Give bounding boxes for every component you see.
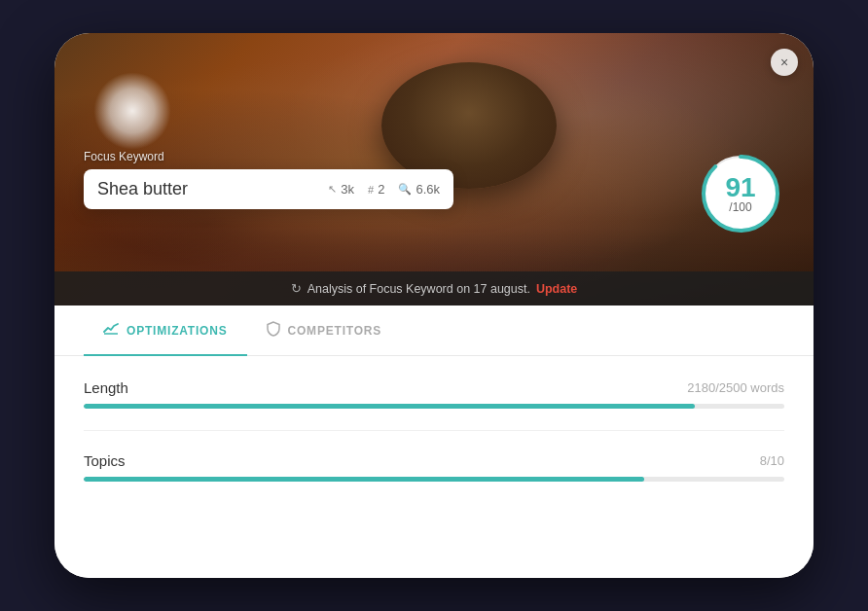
keyword-input-row[interactable]: Shea butter ↖ 3k # 2 🔍 6.6k [84, 169, 453, 209]
analysis-bar: ↻ Analysis of Focus Keyword on 17 august… [54, 271, 814, 306]
keyword-value: Shea butter [97, 179, 314, 199]
shield-icon [267, 321, 280, 340]
flower-decoration [93, 72, 171, 150]
search-icon: 🔍 [398, 183, 412, 196]
tablet-frame: × 91 /100 Focus Keyword Shea butter [54, 33, 814, 578]
topics-progress-track [84, 477, 784, 482]
tabs-row: OPTIMIZATIONS COMPETITORS [54, 306, 814, 356]
tablet-screen: × 91 /100 Focus Keyword Shea butter [54, 33, 814, 578]
length-progress-fill [84, 404, 695, 409]
cursor-icon: ↖ [328, 183, 337, 196]
score-number: 91 [725, 174, 755, 201]
focus-keyword-label: Focus Keyword [84, 150, 453, 163]
score-text: 91 /100 [725, 174, 755, 213]
score-circle: 91 /100 [697, 150, 784, 237]
hero-image: × 91 /100 Focus Keyword Shea butter [54, 33, 814, 306]
keyword-section: Focus Keyword Shea butter ↖ 3k # 2 🔍 6.6… [84, 150, 453, 209]
topics-value: 8/10 [760, 453, 784, 468]
stat-search: 🔍 6.6k [398, 182, 440, 197]
update-link[interactable]: Update [536, 282, 577, 296]
topics-progress-fill [84, 477, 644, 482]
tab-optimizations-label: OPTIMIZATIONS [127, 324, 228, 338]
refresh-icon: ↻ [291, 281, 302, 296]
bottom-panel: OPTIMIZATIONS COMPETITORS Length [54, 306, 814, 578]
metric-topics: Topics 8/10 [84, 452, 784, 482]
topics-label: Topics [84, 452, 126, 469]
length-value: 2180/2500 words [687, 380, 784, 395]
metric-divider [84, 430, 784, 431]
tab-competitors-label: COMPETITORS [288, 324, 382, 338]
analysis-text: Analysis of Focus Keyword on 17 august. [307, 282, 530, 296]
length-label: Length [84, 379, 128, 396]
chart-icon [103, 321, 119, 340]
tab-competitors[interactable]: COMPETITORS [247, 306, 402, 355]
metric-length: Length 2180/2500 words [84, 379, 784, 409]
stat-cursor: ↖ 3k [328, 182, 354, 197]
close-button[interactable]: × [771, 49, 798, 76]
score-denominator: /100 [725, 201, 755, 213]
tab-optimizations[interactable]: OPTIMIZATIONS [84, 306, 247, 355]
hash-icon: # [368, 184, 374, 196]
length-progress-track [84, 404, 784, 409]
stat-rank: # 2 [368, 182, 384, 197]
content-area: Length 2180/2500 words Topics 8/10 [54, 356, 814, 578]
